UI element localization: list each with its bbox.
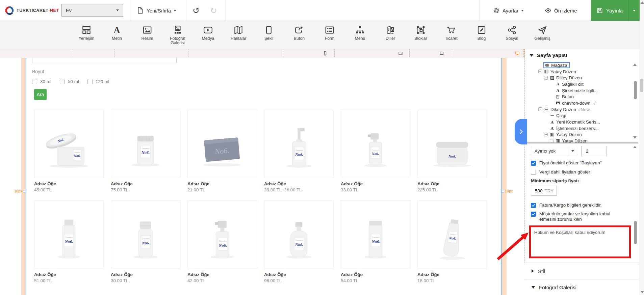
tree-item-i-letmenizi-benzers[interactable]: Aİşletmenizi benzers... xyxy=(527,125,632,132)
window-scrollbar[interactable] xyxy=(640,0,644,295)
redo-button[interactable]: ↻ xyxy=(210,0,217,21)
toolbar-item-medya[interactable]: Medya xyxy=(193,21,223,49)
size-option-30-ml[interactable]: 30 ml xyxy=(32,79,51,84)
toolbar-item-buton[interactable]: Buton xyxy=(284,21,314,49)
section-style[interactable]: Stil xyxy=(524,263,639,279)
toolbar-item-label: Sosyal xyxy=(498,36,526,41)
tree-scrollbar-thumb[interactable] xyxy=(634,81,637,99)
product-image[interactable]: CosmeticsNo6. xyxy=(264,200,334,269)
checkbox-price-prefix[interactable]: Fiyat önekini göster "Başlayan" xyxy=(531,160,601,166)
product-image[interactable]: CosmeticsNo6. xyxy=(34,200,104,269)
product-image[interactable]: CosmeticsNo6. xyxy=(341,200,410,269)
toolbar-item-diller[interactable]: ADiller xyxy=(375,21,406,49)
settings-button[interactable]: Ayarlar xyxy=(493,0,524,21)
product-image[interactable]: CosmeticsNo6. xyxy=(417,200,487,269)
product-card: CosmeticsNo6.Adsız Öğe18.00 TL xyxy=(417,200,487,283)
product-image[interactable]: CosmeticsNo6. xyxy=(187,200,257,269)
annotation-arrow xyxy=(490,228,534,264)
size-option-120-ml[interactable]: 120 ml xyxy=(87,79,109,84)
toolbar-item-ticaret[interactable]: Ticaret xyxy=(436,21,466,49)
size-option-50-ml[interactable]: 50 ml xyxy=(60,79,79,84)
toolbar-item-ekil[interactable]: Şekil xyxy=(254,21,284,49)
checkbox-tax-included[interactable]: Vergi dahil fiyatları göster xyxy=(531,169,590,175)
tree-item-yatay-d-zen[interactable]: Yatay Düzen xyxy=(527,69,632,75)
tree-item-izgi[interactable]: Çizgi xyxy=(527,113,632,119)
window-scrollbar-thumb[interactable] xyxy=(640,79,643,92)
search-input-partial[interactable] xyxy=(32,58,177,63)
tree-item-yatay-d-zen[interactable]: Yatay Düzen xyxy=(527,138,632,143)
product-image[interactable]: No6.CosmeticsNo6. xyxy=(34,110,104,178)
checkbox-label: Müşterinin şartlar ve koşulları kabul et… xyxy=(539,211,623,222)
search-button[interactable]: Ara xyxy=(34,89,47,100)
tree-item-chevron-down[interactable]: chevron-down xyxy=(527,100,632,106)
product-image[interactable]: No6. xyxy=(417,110,487,178)
tree-collapse-icon[interactable] xyxy=(538,107,542,111)
section-page-structure[interactable]: Sayfa yapısı xyxy=(530,52,567,58)
tree-scroll-down[interactable] xyxy=(633,136,637,139)
tree-item-buton[interactable]: Buton xyxy=(527,93,632,100)
toolbar-item-men[interactable]: Menü xyxy=(345,21,375,49)
toolbar-item-geli-mi[interactable]: Gelişmiş xyxy=(527,21,558,49)
toolbar-item-form[interactable]: Form xyxy=(314,21,345,49)
tree-collapse-icon[interactable] xyxy=(544,133,548,136)
preview-button[interactable]: Ön izleme xyxy=(545,0,577,21)
terms-text: Hüküm ve Koşulları kabul ediyorum xyxy=(534,230,606,235)
publish-dropdown-button[interactable] xyxy=(628,0,640,21)
tree-scroll-up[interactable] xyxy=(633,63,637,66)
monitor-icon[interactable] xyxy=(515,51,520,56)
new-reset-button[interactable]: Yeni/Sıfırla xyxy=(136,0,176,21)
settings-scrollbar-thumb[interactable] xyxy=(634,221,637,244)
tree-item-dikey-d-zen[interactable]: Dikey Düzen xyxy=(527,75,632,81)
product-image[interactable]: CosmeticsNo6. xyxy=(264,110,334,178)
toolbar-item-sosyal[interactable]: Sosyal xyxy=(497,21,527,49)
product-name: Adsız Öğe xyxy=(341,272,410,277)
min-order-input[interactable]: 500 TRY xyxy=(531,186,557,196)
checkbox-billing-required[interactable]: Fatura/Kargo bilgileri gereklidir. xyxy=(531,203,602,208)
tree-item-sa-l-kl-cilt[interactable]: ASağlıklı cilt xyxy=(527,81,632,87)
toolbar-item-haritalar[interactable]: Haritalar xyxy=(223,21,254,49)
product-image[interactable]: No6. xyxy=(187,110,257,178)
tree-collapse-icon[interactable] xyxy=(538,70,542,73)
checkbox-label: Fatura/Kargo bilgileri gereklidir. xyxy=(539,203,602,208)
page-select[interactable]: Ev xyxy=(61,4,123,17)
undo-button[interactable]: ↺ xyxy=(192,0,200,21)
section-expanded-icon xyxy=(530,54,533,57)
tree-collapse-icon[interactable] xyxy=(544,76,548,80)
publish-button[interactable]: Yayınla xyxy=(591,0,640,21)
product-image[interactable]: CosmeticsNo6. xyxy=(111,110,180,178)
tablet-icon[interactable] xyxy=(398,51,403,56)
spacing-handle-icon xyxy=(23,190,25,192)
ruler-divider xyxy=(452,49,452,57)
window-scroll-down[interactable] xyxy=(641,291,644,293)
tree-item-yeni-kozmetik-seris[interactable]: AYeni Kozmetik Seris... xyxy=(527,119,632,125)
product-price: 21.00 TL xyxy=(187,187,257,192)
tree-item-ma-aza[interactable]: Mağaza xyxy=(527,62,632,69)
product-image[interactable]: CosmeticsNo6. xyxy=(111,200,180,269)
tree-item-irketimizle-ilgili[interactable]: AŞirketimizle ilgili... xyxy=(527,87,632,94)
toolbar-item-yerle-im[interactable]: Yerleşim xyxy=(71,21,102,49)
select-dropdown[interactable] xyxy=(568,146,577,156)
panel-collapse-tab[interactable] xyxy=(515,119,527,144)
columns-input[interactable]: 2 xyxy=(581,146,607,156)
gear-icon xyxy=(493,7,500,14)
product-image[interactable]: CosmeticsNo6. xyxy=(341,110,410,178)
window-scroll-up[interactable] xyxy=(641,1,644,4)
toolbar-item-foto-raf-galerisi[interactable]: Fotoğraf Galerisi xyxy=(162,21,193,49)
toolbar-item-metin[interactable]: AMetin xyxy=(102,21,132,49)
toolbar-item-resim[interactable]: Resim xyxy=(132,21,162,49)
laptop-icon[interactable] xyxy=(439,51,444,56)
tree-item-dikey-d-zen[interactable]: Dikey Düzen#New xyxy=(527,106,632,113)
section-photo-gallery[interactable]: Fotoğraf Galerisi xyxy=(524,279,639,295)
blog-icon xyxy=(476,25,487,35)
checkbox-terms-required[interactable]: Müşterinin şartlar ve koşulları kabul et… xyxy=(531,211,623,222)
phone-icon[interactable] xyxy=(323,51,328,56)
toolbar-item-blog[interactable]: Blog xyxy=(466,21,497,49)
separator-select[interactable]: Ayırıcı yok xyxy=(531,146,577,156)
product-name: Adsız Öğe xyxy=(34,272,104,277)
ruler-divider xyxy=(409,49,410,57)
terms-text-input[interactable]: Hüküm ve Koşulları kabul ediyorum xyxy=(529,225,631,258)
tree-item-yatay-d-zen[interactable]: Yatay Düzen xyxy=(527,132,632,138)
settings-scroll-up[interactable] xyxy=(633,146,637,148)
toolbar-item-bloklar[interactable]: Bloklar xyxy=(406,21,436,49)
chevron-down-icon xyxy=(521,10,524,11)
